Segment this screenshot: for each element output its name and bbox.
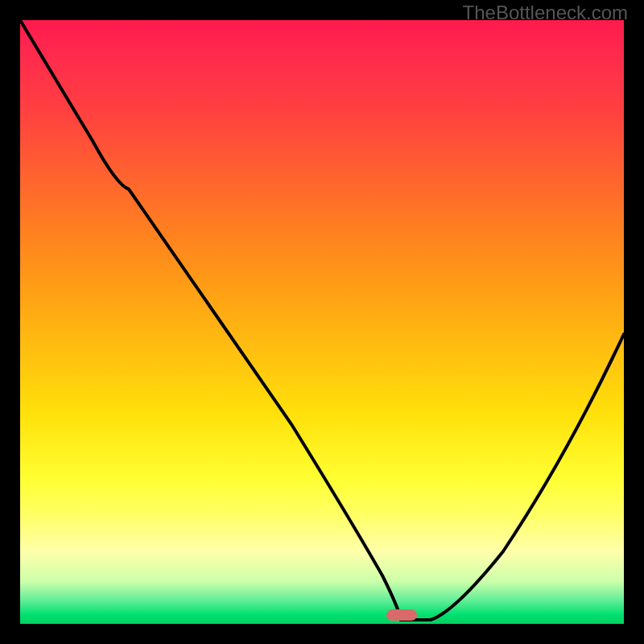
optimal-marker: [386, 609, 417, 621]
curve-svg: [20, 20, 624, 624]
bottleneck-curve-path: [20, 20, 624, 620]
plot-area: [20, 20, 624, 624]
chart-container: TheBottleneck.com: [0, 0, 644, 644]
watermark-text: TheBottleneck.com: [463, 2, 628, 24]
